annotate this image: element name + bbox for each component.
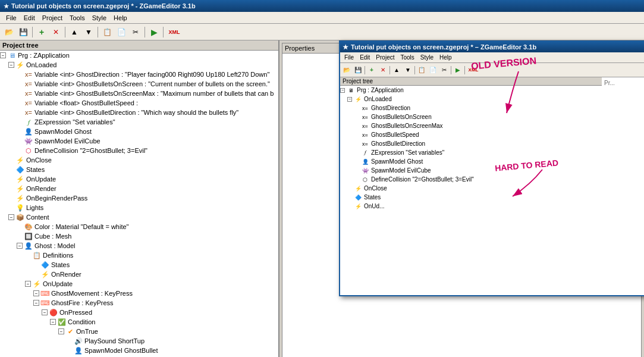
tree-expand-toggle[interactable]: −: [8, 62, 14, 68]
cut-button[interactable]: ✂: [129, 26, 142, 39]
tree-expand-toggle[interactable]: −: [42, 309, 48, 315]
tree-item[interactable]: 👤SpawnModel Ghost: [0, 127, 278, 136]
overlay-menu-edit[interactable]: Edit: [357, 54, 373, 61]
tree-expand-toggle[interactable]: −: [33, 300, 39, 306]
tree-item[interactable]: 📋Definitions: [0, 250, 278, 260]
overlay-play-button[interactable]: ▶: [453, 65, 463, 76]
overlay-menu-help[interactable]: Help: [436, 54, 455, 61]
menu-help[interactable]: Help: [110, 14, 131, 22]
tree-expand-toggle[interactable]: −: [0, 52, 6, 58]
down-button[interactable]: ▼: [82, 26, 95, 39]
tree-item[interactable]: −✔OnTrue: [0, 327, 278, 336]
up-button[interactable]: ▲: [68, 26, 81, 39]
tree-item[interactable]: 🎨Color : Material "Default = white": [0, 222, 278, 231]
tree-item-icon: 🔲: [24, 232, 33, 240]
tree-item[interactable]: x=GhostDirection: [340, 104, 602, 112]
tree-expand-toggle[interactable]: −: [58, 328, 64, 334]
tree-item-label: Variable <int> GhostBulletsOnScreen : "C…: [34, 80, 270, 87]
tree-expand-toggle[interactable]: −: [8, 214, 14, 220]
menu-style[interactable]: Style: [89, 14, 110, 22]
tree-item[interactable]: ⚡OnClose: [0, 155, 278, 165]
tree-expand-toggle[interactable]: −: [50, 319, 56, 325]
xml-button[interactable]: XML: [166, 26, 183, 39]
open-button[interactable]: 📂: [2, 26, 15, 39]
tree-item[interactable]: ⚡OnClose: [340, 184, 602, 193]
tree-item[interactable]: 🔷States: [0, 165, 278, 174]
tree-item[interactable]: −📦Content: [0, 212, 278, 222]
tree-item[interactable]: −⚡OnUpdate: [0, 279, 278, 289]
tree-item[interactable]: 👤SpawnModel Ghost: [340, 157, 602, 166]
overlay-cut-button[interactable]: ✂: [439, 65, 450, 76]
tree-item-icon: ⚡: [15, 184, 25, 193]
tree-item[interactable]: x=Variable <float> GhostBulletSpeed :: [0, 98, 278, 108]
tree-expand-toggle[interactable]: −: [347, 97, 352, 102]
tree-item[interactable]: 🔲Cube : Mesh: [0, 231, 278, 241]
tree-item[interactable]: x=Variable <int> GhostBulletsOnScreen : …: [0, 79, 278, 89]
tree-expand-toggle[interactable]: −: [340, 88, 345, 93]
tree-item[interactable]: −⌨GhostMovement : KeyPress: [0, 289, 278, 298]
copy-button[interactable]: 📋: [100, 26, 114, 39]
tree-item[interactable]: −👤Ghost : Model: [0, 241, 278, 250]
overlay-menu-style[interactable]: Style: [417, 54, 436, 61]
tree-item[interactable]: x=Variable <int> GhostDirection : "Playe…: [0, 70, 278, 79]
tree-item[interactable]: ⚡OnBeginRenderPass: [0, 193, 278, 203]
tree-item-icon: 👤: [24, 242, 33, 250]
overlay-add-button[interactable]: +: [366, 65, 377, 76]
tree-item[interactable]: ⚡OnRender: [0, 184, 278, 193]
tree-item[interactable]: 𝑓ZExpression "Set variables": [0, 117, 278, 127]
tree-item[interactable]: x=Variable <int> GhostBulletDirection : …: [0, 108, 278, 117]
tree-item[interactable]: 👾SpawnModel EvilCube: [0, 136, 278, 146]
overlay-remove-button[interactable]: ✕: [378, 65, 388, 76]
tree-item[interactable]: x=GhostBulletSpeed: [340, 130, 602, 139]
tree-item-label: Variable <int> GhostBulletsOnScreenMax :…: [34, 90, 274, 97]
tree-item[interactable]: ⚡OnRender: [0, 270, 278, 279]
tree-item[interactable]: 👾SpawnModel EvilCube: [340, 166, 602, 175]
tree-expand-toggle[interactable]: −: [33, 290, 39, 296]
tree-item[interactable]: −✅Condition: [0, 317, 278, 327]
tree-item[interactable]: −⚡OnLoaded: [340, 95, 602, 104]
tree-item[interactable]: x=GhostBulletsOnScreenMax: [340, 121, 602, 130]
overlay-open-button[interactable]: 📂: [341, 65, 352, 76]
overlay-menu-project[interactable]: Project: [373, 54, 397, 61]
tree-item[interactable]: 𝑓ZExpression "Set variables": [340, 148, 602, 157]
tree-item[interactable]: −⌨GhostFire : KeyPress: [0, 298, 278, 308]
tree-item[interactable]: 💡Lights: [0, 203, 278, 212]
play-button[interactable]: ▶: [147, 26, 161, 39]
tree-item[interactable]: x=GhostBulletsOnScreen: [340, 112, 602, 121]
overlay-menu-tools[interactable]: Tools: [397, 54, 417, 61]
tree-item[interactable]: 👤SpawnModel GhostBullet: [0, 346, 278, 355]
overlay-menu-file[interactable]: File: [341, 54, 357, 61]
tree-item[interactable]: ⚡OnUd...: [340, 202, 602, 211]
tree-item[interactable]: ⬡DefineCollision "2=GhostBullet; 3=Evil": [0, 146, 278, 155]
menu-project[interactable]: Project: [39, 14, 66, 22]
tree-item[interactable]: 🔊PlaySound ShortTup: [0, 336, 278, 346]
overlay-paste-button[interactable]: 📄: [428, 65, 438, 76]
add-button[interactable]: +: [35, 26, 48, 39]
tree-item[interactable]: −🔴OnPressed: [0, 308, 278, 317]
save-button[interactable]: 💾: [17, 26, 30, 39]
tree-item[interactable]: 🔷States: [0, 260, 278, 270]
tree-item-icon: 👾: [360, 167, 370, 175]
tree-item[interactable]: 🔷States: [340, 193, 602, 202]
project-tree[interactable]: −🖥Prg : ZApplication−⚡OnLoadedx=Variable…: [0, 51, 278, 357]
menu-tools[interactable]: Tools: [66, 14, 89, 22]
overlay-save-button[interactable]: 💾: [353, 65, 363, 76]
remove-button[interactable]: ✕: [49, 26, 62, 39]
paste-button[interactable]: 📄: [115, 26, 128, 39]
tree-item[interactable]: −⚡OnLoaded: [0, 60, 278, 70]
tree-item[interactable]: ⚡OnUpdate: [0, 174, 278, 184]
tree-item[interactable]: −🖥Prg : ZApplication: [0, 51, 278, 60]
overlay-xml-button[interactable]: XML: [466, 65, 480, 76]
overlay-up-button[interactable]: ▲: [391, 65, 402, 76]
overlay-copy-button[interactable]: 📋: [416, 65, 427, 76]
menu-file[interactable]: File: [2, 14, 20, 22]
tree-expand-toggle[interactable]: −: [17, 243, 23, 249]
tree-item[interactable]: ⬡DefineCollision "2=GhostBullet; 3=Evil": [340, 175, 602, 184]
overlay-tree[interactable]: −🖥Prg : ZApplication−⚡OnLoadedx=GhostDir…: [340, 86, 602, 295]
tree-item[interactable]: x=Variable <int> GhostBulletsOnScreenMax…: [0, 89, 278, 98]
tree-item[interactable]: x=GhostBulletDirection: [340, 139, 602, 148]
tree-item[interactable]: −🖥Prg : ZApplication: [340, 86, 602, 95]
tree-expand-toggle[interactable]: −: [25, 281, 31, 287]
menu-edit[interactable]: Edit: [20, 14, 39, 22]
overlay-down-button[interactable]: ▼: [403, 65, 413, 76]
